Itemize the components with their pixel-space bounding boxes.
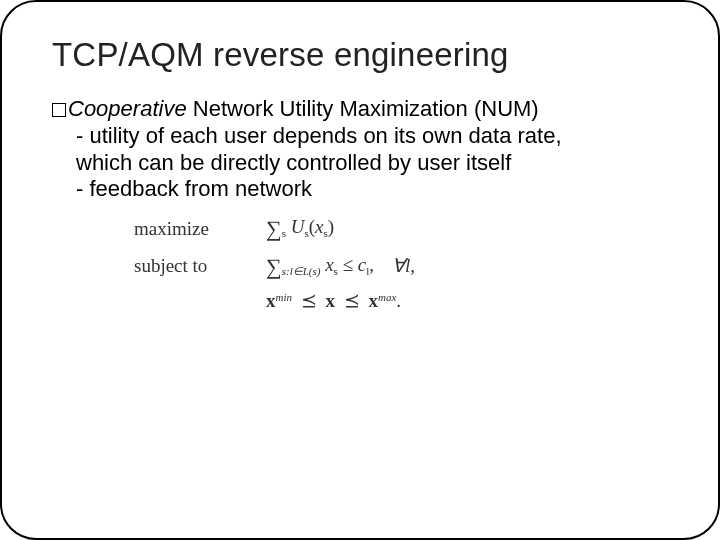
maximize-expr: ∑s Us(xs) (266, 211, 334, 246)
math-row-bounds: xmin ⪯ x ⪯ xmax. (134, 286, 686, 316)
sum-sub-sl: s:l∈L(s) (282, 264, 321, 276)
bullet-line-1: Cooperative Network Utility Maximization… (52, 96, 676, 123)
paren-close: ) (328, 216, 334, 237)
prec-1: ⪯ (297, 290, 321, 311)
sigma-icon: ∑ (266, 211, 282, 246)
body-line-2: - utility of each user depends on its ow… (76, 123, 676, 150)
forall-l: ∀l, (392, 251, 415, 281)
body-text: Cooperative Network Utility Maximization… (52, 96, 676, 203)
xmin-sup: min (276, 291, 293, 303)
xmin-sym: x (266, 290, 276, 311)
x-sym: x (315, 216, 323, 237)
slide-frame: TCP/AQM reverse engineering Cooperative … (0, 0, 720, 540)
math-row-subject: subject to ∑s:l∈L(s) xs ≤ cl, ∀l, (134, 249, 686, 284)
U-sym: U (291, 216, 305, 237)
x-mid: x (326, 290, 336, 311)
subject-expr: ∑s:l∈L(s) xs ≤ cl, ∀l, (266, 249, 415, 284)
sigma-icon-2: ∑ (266, 249, 282, 284)
bounds-expr: xmin ⪯ x ⪯ xmax. (266, 286, 401, 316)
body-line-4: - feedback from network (76, 176, 676, 203)
bounds-content: xmin ⪯ x ⪯ xmax. (266, 286, 401, 316)
maximize-label: maximize (134, 214, 244, 244)
maximize-sum: ∑s Us(xs) (266, 211, 334, 246)
xmax-sup: max (378, 291, 396, 303)
xmax-sym: x (369, 290, 379, 311)
bounds-period: . (396, 290, 401, 311)
math-block: maximize ∑s Us(xs) subject to ∑s:l∈L(s) … (134, 211, 686, 316)
slide-title: TCP/AQM reverse engineering (52, 36, 686, 74)
comma-1: , (369, 253, 374, 274)
subject-sum: ∑s:l∈L(s) xs ≤ cl, (266, 249, 374, 284)
prec-2: ⪯ (340, 290, 364, 311)
square-bullet-icon (52, 103, 66, 117)
x-sym-2: x (325, 253, 333, 274)
body-line-3: which can be directly controlled by user… (76, 150, 676, 177)
sum-sub-s: s (282, 227, 286, 239)
le-sym: ≤ (338, 253, 358, 274)
math-row-maximize: maximize ∑s Us(xs) (134, 211, 686, 246)
subject-label: subject to (134, 251, 244, 281)
c-sym: c (358, 253, 366, 274)
line1-rest: Network Utility Maximization (NUM) (187, 96, 539, 121)
cooperative-word: Cooperative (68, 96, 187, 121)
